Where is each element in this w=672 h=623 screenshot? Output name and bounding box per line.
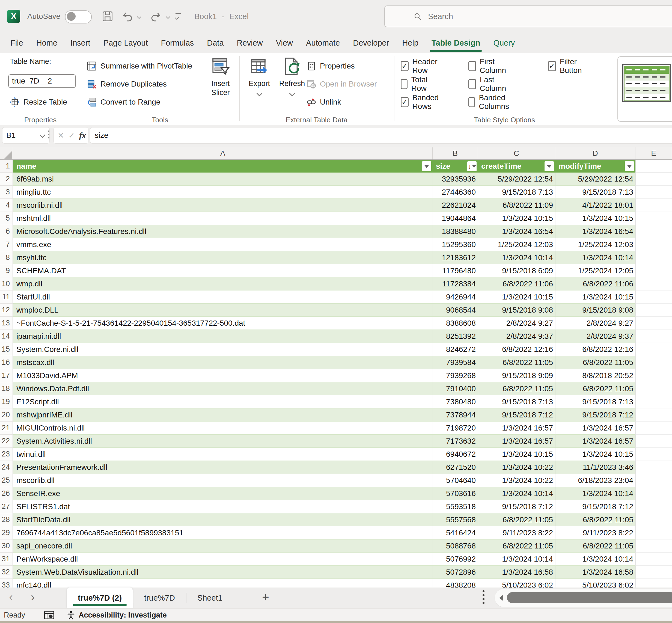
row-number[interactable]: 17 [0, 369, 13, 382]
cell-size[interactable]: 8388608 [433, 317, 478, 330]
sheet-tab-true-7d[interactable]: true%7D [133, 588, 186, 608]
cell-column-e[interactable] [635, 251, 672, 264]
row-number[interactable]: 3 [0, 186, 13, 199]
cell-createtime[interactable]: 1/3/2024 10:22 [478, 474, 555, 487]
row-number[interactable]: 12 [0, 304, 13, 317]
tab-file[interactable]: File [4, 33, 30, 53]
table-style-thumbnail-selected[interactable] [622, 64, 671, 102]
row-number[interactable]: 29 [0, 526, 13, 539]
cell-column-e[interactable] [635, 186, 672, 199]
row-number[interactable]: 14 [0, 330, 13, 343]
cell-name[interactable]: mingliu.ttc [13, 186, 433, 199]
cell-column-e[interactable] [635, 474, 672, 487]
cell-column-e[interactable] [635, 435, 672, 448]
checkbox-header-row[interactable]: ✓Header Row [401, 60, 440, 72]
cell-size[interactable]: 11728384 [433, 277, 478, 291]
row-number[interactable]: 15 [0, 343, 13, 356]
cell-size[interactable]: 11796480 [433, 264, 478, 277]
checkbox-banded-columns[interactable]: Banded Columns [468, 95, 513, 109]
redo-chevron-icon[interactable] [166, 15, 170, 19]
name-box-chevron-icon[interactable] [39, 132, 45, 138]
cell-createtime[interactable]: 1/3/2024 16:57 [478, 421, 555, 435]
cell-column-e[interactable] [635, 461, 672, 474]
cell-modifytime[interactable]: 1/3/2024 10:15 [555, 448, 635, 461]
cell-createtime[interactable]: 1/25/2024 12:03 [478, 238, 555, 251]
cell-createtime[interactable]: 2/8/2024 9:37 [478, 330, 555, 343]
row-number[interactable]: 24 [0, 461, 13, 474]
header-cell-modifytime[interactable]: modifyTime [555, 160, 635, 173]
cell-column-e[interactable] [635, 264, 672, 277]
cell-column-e[interactable] [635, 579, 672, 588]
column-header-c[interactable]: C [478, 147, 555, 159]
convert-to-range-button[interactable]: Convert to Range [86, 95, 160, 109]
unlink-button[interactable]: Unlink [306, 95, 341, 109]
cell-createtime[interactable]: 9/15/2018 7:13 [478, 395, 555, 408]
cell-name[interactable]: msyhl.ttc [13, 251, 433, 264]
cell-name[interactable]: SenseIR.exe [13, 487, 433, 500]
cell-column-e[interactable] [635, 408, 672, 421]
search-input[interactable]: Search [384, 5, 672, 27]
cell-name[interactable]: 7696744a413dc7e06ca85ae5d5601f5899383151 [13, 526, 433, 539]
row-number[interactable]: 5 [0, 212, 13, 225]
cell-createtime[interactable]: 6/8/2022 11:06 [478, 277, 555, 291]
cell-size[interactable]: 5557568 [433, 513, 478, 526]
cell-name[interactable]: SCHEMA.DAT [13, 264, 433, 277]
scroll-left-icon[interactable] [499, 595, 503, 601]
row-number[interactable]: 19 [0, 395, 13, 408]
header-cell-name[interactable]: name [13, 160, 433, 173]
cell-size[interactable]: 5593518 [433, 500, 478, 513]
tab-help[interactable]: Help [396, 33, 425, 53]
row-number[interactable]: 22 [0, 435, 13, 448]
row-number[interactable]: 30 [0, 539, 13, 553]
row-number[interactable]: 32 [0, 566, 13, 579]
row-number[interactable]: 13 [0, 317, 13, 330]
cell-modifytime[interactable]: 2/8/2024 9:37 [555, 330, 635, 343]
cell-modifytime[interactable]: 8/8/2018 20:52 [555, 369, 635, 382]
cell-size[interactable]: 32935936 [433, 173, 478, 186]
row-number[interactable]: 1 [0, 160, 13, 173]
cell-size[interactable]: 6940672 [433, 448, 478, 461]
cell-column-e[interactable] [635, 291, 672, 304]
cell-column-e[interactable] [635, 382, 672, 395]
column-header-a[interactable]: A [13, 147, 433, 159]
cell-size[interactable]: 5072896 [433, 566, 478, 579]
row-number[interactable]: 33 [0, 579, 13, 588]
refresh-button[interactable]: Refresh [278, 56, 306, 122]
cell-modifytime[interactable]: 9/15/2018 7:13 [555, 395, 635, 408]
row-number[interactable]: 10 [0, 277, 13, 291]
checkbox-total-row[interactable]: Total Row [401, 78, 431, 91]
cell-size[interactable]: 5416424 [433, 526, 478, 539]
cell-size[interactable]: 7380480 [433, 395, 478, 408]
cell-modifytime[interactable]: 1/3/2024 10:14 [555, 251, 635, 264]
tab-data[interactable]: Data [200, 33, 230, 53]
cell-createtime[interactable]: 1/3/2024 10:22 [478, 461, 555, 474]
cell-size[interactable]: 4838208 [433, 579, 478, 588]
cell-createtime[interactable]: 1/3/2024 16:58 [478, 566, 555, 579]
tab-page-layout[interactable]: Page Layout [97, 33, 154, 53]
cell-createtime[interactable]: 1/3/2024 16:57 [478, 435, 555, 448]
cell-column-e[interactable] [635, 330, 672, 343]
row-number[interactable]: 28 [0, 513, 13, 526]
sheet-tab-sheet1[interactable]: Sheet1 [186, 588, 233, 608]
cell-size[interactable]: 7910400 [433, 382, 478, 395]
cell-name[interactable]: sapi_onecore.dll [13, 539, 433, 553]
cell-column-e[interactable] [635, 448, 672, 461]
undo-chevron-icon[interactable] [137, 15, 142, 19]
cell-modifytime[interactable]: 6/8/2022 11:06 [555, 277, 635, 291]
cell-createtime[interactable]: 9/15/2018 6:09 [478, 264, 555, 277]
name-box[interactable]: B1 [2, 127, 50, 144]
cell-modifytime[interactable]: 1/3/2024 10:14 [555, 487, 635, 500]
tab-formulas[interactable]: Formulas [154, 33, 200, 53]
cell-createtime[interactable]: 9/15/2018 9:09 [478, 369, 555, 382]
cell-size[interactable]: 18388480 [433, 225, 478, 238]
accessibility-status[interactable]: Accessibility: Investigate [79, 611, 167, 619]
cell-size[interactable]: 9426944 [433, 291, 478, 304]
cell-modifytime[interactable]: 6/8/2022 11:05 [555, 356, 635, 369]
redo-icon[interactable] [150, 11, 161, 23]
row-number[interactable]: 9 [0, 264, 13, 277]
cell-column-e[interactable] [635, 212, 672, 225]
cell-column-e[interactable] [635, 356, 672, 369]
tab-insert[interactable]: Insert [64, 33, 97, 53]
quick-access-toolbar-icon[interactable] [175, 13, 181, 20]
header-cell-size[interactable]: size ↓ [433, 160, 478, 173]
